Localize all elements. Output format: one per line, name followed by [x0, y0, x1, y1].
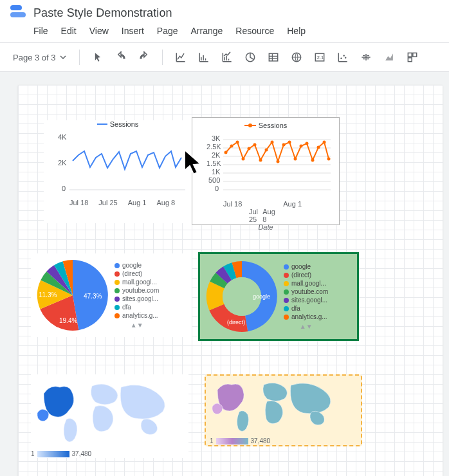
menu-arrange[interactable]: Arrange [191, 26, 223, 36]
document-title[interactable]: Paste Style Demonstration [33, 6, 172, 20]
svg-point-41 [282, 143, 286, 147]
legend-swatch [97, 124, 107, 125]
svg-rect-9 [412, 53, 416, 57]
select-tool-button[interactable] [87, 47, 108, 68]
svg-text:1.5K: 1.5K [206, 160, 221, 167]
pie-chart-button[interactable] [240, 47, 261, 68]
svg-text:2K: 2K [212, 151, 221, 159]
svg-rect-8 [408, 53, 412, 57]
svg-text:500: 500 [208, 176, 220, 184]
chart-body: 4K 2K 0 [44, 132, 192, 196]
svg-text:1K: 1K [212, 168, 221, 176]
line-chart-sessions-left[interactable]: Sessions 4K 2K 0 Jul 18 Jul 25 Aug 1 Aug… [44, 120, 192, 223]
svg-point-33 [236, 141, 239, 144]
svg-point-34 [242, 158, 245, 161]
menu-file[interactable]: File [33, 26, 48, 36]
menu-edit[interactable]: Edit [61, 26, 77, 36]
geo-chart-button[interactable] [286, 47, 307, 68]
svg-point-32 [230, 145, 234, 148]
pie-legend: google (direct) mall.googl... youtube.co… [284, 263, 328, 330]
svg-text:19.4%: 19.4% [59, 317, 77, 324]
svg-point-44 [300, 145, 303, 148]
geo-map-left[interactable]: 1 37,480 [31, 374, 188, 458]
pie-chart-source-right[interactable]: google (direct) google (direct) mall.goo… [198, 252, 359, 341]
svg-text:2K: 2K [58, 159, 67, 167]
legend-pager[interactable]: ▲▼ [284, 323, 328, 330]
undo-button[interactable] [111, 47, 131, 68]
svg-point-39 [271, 141, 274, 144]
pivot-button[interactable] [402, 47, 423, 68]
svg-point-7 [344, 57, 346, 59]
svg-point-47 [317, 146, 320, 149]
x-axis-title: Date [192, 223, 339, 231]
svg-point-38 [265, 149, 268, 152]
svg-point-42 [288, 141, 291, 144]
svg-text:4K: 4K [58, 133, 67, 141]
svg-text:0: 0 [62, 185, 66, 192]
svg-rect-1 [269, 53, 277, 61]
canvas-area[interactable]: Sessions 4K 2K 0 Jul 18 Jul 25 Aug 1 Aug… [0, 72, 449, 476]
menu-page[interactable]: Page [157, 26, 178, 36]
svg-point-6 [343, 55, 345, 57]
svg-point-40 [277, 160, 280, 163]
svg-point-35 [248, 147, 251, 151]
line-chart-button[interactable] [170, 47, 191, 68]
svg-text:google: google [253, 293, 270, 300]
pie-chart-source-left[interactable]: 47.3% 19.4% 11.3% google (direct) mall.g… [31, 253, 192, 337]
svg-text:47.3%: 47.3% [84, 293, 102, 300]
svg-point-31 [225, 151, 228, 154]
legend-label: Sessions [110, 120, 139, 128]
world-map [206, 376, 360, 432]
menu-view[interactable]: View [89, 26, 109, 36]
map-scale: 1 37,480 [206, 437, 361, 444]
report-page[interactable]: Sessions 4K 2K 0 Jul 18 Jul 25 Aug 1 Aug… [18, 85, 443, 476]
scatter-button[interactable] [333, 47, 353, 68]
chart-body: 3K 2.5K 2K 1.5K 1K 500 0 [192, 133, 337, 197]
pie-legend: google (direct) mall.googl... youtube.co… [115, 262, 159, 329]
area-chart-button[interactable] [379, 47, 399, 68]
svg-point-36 [253, 143, 257, 147]
svg-text:11.3%: 11.3% [39, 291, 57, 298]
svg-point-45 [306, 142, 309, 145]
svg-text:0: 0 [215, 185, 219, 192]
menu-bar: File Edit View Insert Page Arrange Resou… [10, 21, 439, 42]
svg-text:(direct): (direct) [227, 319, 245, 325]
bullet-chart-button[interactable] [356, 47, 376, 68]
svg-point-5 [340, 57, 342, 59]
svg-rect-10 [408, 58, 412, 62]
combo-chart-button[interactable] [217, 47, 237, 68]
svg-text:2.1: 2.1 [316, 55, 323, 60]
svg-point-37 [259, 159, 262, 162]
table-button[interactable] [263, 47, 284, 68]
pie-body: 47.3% 19.4% 11.3% [31, 253, 115, 337]
svg-point-16 [248, 124, 252, 127]
map-scale: 1 37,480 [31, 450, 188, 457]
svg-point-46 [311, 159, 315, 162]
line-chart-sessions-right[interactable]: Sessions 3K 2.5K 2K 1.5K 1K 500 0 Ju [192, 117, 340, 225]
bar-chart-button[interactable] [194, 47, 214, 68]
svg-point-48 [323, 141, 326, 144]
geo-map-right[interactable]: 1 37,480 [205, 374, 362, 446]
dropdown-icon [60, 54, 66, 60]
scorecard-button[interactable]: 2.1 [309, 47, 330, 68]
legend-swatch [244, 123, 256, 128]
toolbar: Page 3 of 3 2.1 [0, 42, 449, 72]
menu-help[interactable]: Help [287, 26, 306, 36]
legend-label: Sessions [259, 122, 288, 129]
svg-text:2.5K: 2.5K [206, 143, 221, 151]
world-map [31, 374, 188, 445]
menu-insert[interactable]: Insert [122, 26, 144, 36]
svg-point-49 [327, 158, 331, 161]
redo-button[interactable] [134, 47, 154, 68]
page-indicator[interactable]: Page 3 of 3 [8, 50, 71, 65]
menu-resource[interactable]: Resource [235, 26, 274, 36]
svg-text:3K: 3K [212, 134, 221, 142]
app-logo [10, 5, 26, 21]
donut-body: google (direct) [200, 255, 284, 338]
legend-pager[interactable]: ▲▼ [115, 322, 159, 329]
svg-point-43 [294, 158, 297, 161]
